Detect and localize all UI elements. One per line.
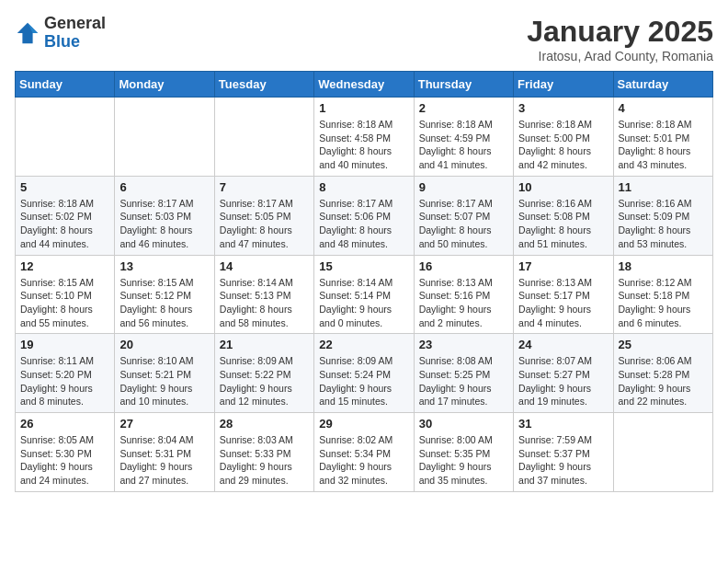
- calendar-cell: 7Sunrise: 8:17 AM Sunset: 5:05 PM Daylig…: [214, 176, 313, 255]
- calendar-cell: 8Sunrise: 8:17 AM Sunset: 5:06 PM Daylig…: [314, 176, 414, 255]
- day-info: Sunrise: 8:06 AM Sunset: 5:28 PM Dayligh…: [619, 354, 708, 408]
- logo: General Blue: [15, 15, 106, 52]
- day-info: Sunrise: 8:09 AM Sunset: 5:22 PM Dayligh…: [220, 354, 309, 408]
- calendar-cell: 25Sunrise: 8:06 AM Sunset: 5:28 PM Dayli…: [613, 334, 712, 413]
- calendar-subtitle: Iratosu, Arad County, Romania: [527, 49, 713, 63]
- day-number: 17: [518, 259, 608, 273]
- calendar-cell: 30Sunrise: 8:00 AM Sunset: 5:35 PM Dayli…: [414, 413, 513, 492]
- day-number: 20: [119, 338, 209, 351]
- day-info: Sunrise: 8:17 AM Sunset: 5:05 PM Dayligh…: [220, 197, 309, 251]
- calendar-cell: 14Sunrise: 8:14 AM Sunset: 5:13 PM Dayli…: [214, 255, 313, 334]
- day-number: 23: [419, 338, 508, 351]
- calendar-week-row: 26Sunrise: 8:05 AM Sunset: 5:30 PM Dayli…: [16, 413, 713, 492]
- logo-general-text: General: [44, 15, 106, 33]
- weekday-header: Friday: [514, 72, 613, 98]
- day-number: 12: [20, 259, 109, 273]
- calendar-cell: 10Sunrise: 8:16 AM Sunset: 5:08 PM Dayli…: [514, 176, 613, 255]
- day-number: 10: [518, 180, 608, 194]
- day-info: Sunrise: 8:13 AM Sunset: 5:16 PM Dayligh…: [419, 276, 508, 330]
- weekday-header-row: SundayMondayTuesdayWednesdayThursdayFrid…: [16, 72, 713, 98]
- day-info: Sunrise: 8:17 AM Sunset: 5:03 PM Dayligh…: [119, 197, 209, 251]
- calendar-week-row: 12Sunrise: 8:15 AM Sunset: 5:10 PM Dayli…: [16, 255, 713, 334]
- calendar-week-row: 1Sunrise: 8:18 AM Sunset: 4:58 PM Daylig…: [16, 98, 713, 177]
- day-info: Sunrise: 8:11 AM Sunset: 5:20 PM Dayligh…: [20, 354, 109, 408]
- calendar-cell: 5Sunrise: 8:18 AM Sunset: 5:02 PM Daylig…: [16, 176, 115, 255]
- day-number: 9: [419, 180, 508, 194]
- day-info: Sunrise: 8:16 AM Sunset: 5:08 PM Dayligh…: [518, 197, 608, 251]
- day-number: 28: [220, 417, 309, 431]
- day-number: 30: [419, 417, 508, 431]
- logo-icon: [15, 20, 40, 46]
- weekday-header: Wednesday: [314, 72, 414, 98]
- day-info: Sunrise: 8:14 AM Sunset: 5:13 PM Dayligh…: [220, 276, 309, 330]
- day-info: Sunrise: 8:18 AM Sunset: 5:00 PM Dayligh…: [518, 118, 608, 172]
- logo-blue-text: Blue: [44, 33, 106, 52]
- calendar-week-row: 19Sunrise: 8:11 AM Sunset: 5:20 PM Dayli…: [16, 334, 713, 413]
- day-number: 27: [119, 417, 209, 431]
- day-info: Sunrise: 8:07 AM Sunset: 5:27 PM Dayligh…: [518, 354, 608, 408]
- day-number: 29: [319, 417, 408, 431]
- calendar-cell: 2Sunrise: 8:18 AM Sunset: 4:59 PM Daylig…: [414, 98, 513, 177]
- day-number: 31: [518, 417, 608, 431]
- day-number: 6: [119, 180, 209, 194]
- day-number: 13: [119, 259, 209, 273]
- day-info: Sunrise: 8:18 AM Sunset: 5:01 PM Dayligh…: [619, 118, 708, 172]
- day-info: Sunrise: 8:02 AM Sunset: 5:34 PM Dayligh…: [319, 433, 408, 488]
- title-area: January 2025 Iratosu, Arad County, Roman…: [527, 15, 713, 63]
- logo-text: General Blue: [44, 15, 106, 52]
- day-info: Sunrise: 8:15 AM Sunset: 5:10 PM Dayligh…: [20, 276, 109, 330]
- day-info: Sunrise: 8:18 AM Sunset: 5:02 PM Dayligh…: [20, 197, 109, 251]
- calendar-cell: 24Sunrise: 8:07 AM Sunset: 5:27 PM Dayli…: [514, 334, 613, 413]
- day-info: Sunrise: 8:13 AM Sunset: 5:17 PM Dayligh…: [518, 276, 608, 330]
- day-info: Sunrise: 8:17 AM Sunset: 5:07 PM Dayligh…: [419, 197, 508, 251]
- calendar-cell: 3Sunrise: 8:18 AM Sunset: 5:00 PM Daylig…: [514, 98, 613, 177]
- day-number: 5: [20, 180, 109, 194]
- day-info: Sunrise: 8:09 AM Sunset: 5:24 PM Dayligh…: [319, 354, 408, 408]
- page-header: General Blue January 2025 Iratosu, Arad …: [15, 15, 713, 63]
- day-number: 25: [619, 338, 708, 351]
- day-number: 19: [20, 338, 109, 351]
- calendar-table: SundayMondayTuesdayWednesdayThursdayFrid…: [15, 71, 713, 492]
- day-number: 22: [319, 338, 408, 351]
- day-number: 14: [220, 259, 309, 273]
- day-info: Sunrise: 8:08 AM Sunset: 5:25 PM Dayligh…: [419, 354, 508, 408]
- weekday-header: Monday: [115, 72, 214, 98]
- day-info: Sunrise: 8:15 AM Sunset: 5:12 PM Dayligh…: [119, 276, 209, 330]
- calendar-cell: 20Sunrise: 8:10 AM Sunset: 5:21 PM Dayli…: [115, 334, 214, 413]
- day-number: 26: [20, 417, 109, 431]
- day-info: Sunrise: 8:14 AM Sunset: 5:14 PM Dayligh…: [319, 276, 408, 330]
- day-info: Sunrise: 8:00 AM Sunset: 5:35 PM Dayligh…: [419, 433, 508, 488]
- calendar-cell: 9Sunrise: 8:17 AM Sunset: 5:07 PM Daylig…: [414, 176, 513, 255]
- calendar-cell: 15Sunrise: 8:14 AM Sunset: 5:14 PM Dayli…: [314, 255, 414, 334]
- calendar-cell: 31Sunrise: 7:59 AM Sunset: 5:37 PM Dayli…: [514, 413, 613, 492]
- day-info: Sunrise: 8:04 AM Sunset: 5:31 PM Dayligh…: [119, 433, 209, 488]
- day-info: Sunrise: 8:18 AM Sunset: 4:58 PM Dayligh…: [319, 118, 408, 172]
- day-number: 24: [518, 338, 608, 351]
- calendar-cell: 12Sunrise: 8:15 AM Sunset: 5:10 PM Dayli…: [16, 255, 115, 334]
- day-number: 18: [619, 259, 708, 273]
- calendar-cell: 26Sunrise: 8:05 AM Sunset: 5:30 PM Dayli…: [16, 413, 115, 492]
- calendar-cell: 22Sunrise: 8:09 AM Sunset: 5:24 PM Dayli…: [314, 334, 414, 413]
- calendar-cell: 23Sunrise: 8:08 AM Sunset: 5:25 PM Dayli…: [414, 334, 513, 413]
- day-number: 15: [319, 259, 408, 273]
- calendar-cell: 16Sunrise: 8:13 AM Sunset: 5:16 PM Dayli…: [414, 255, 513, 334]
- calendar-cell: [16, 98, 115, 177]
- day-number: 11: [619, 180, 708, 194]
- day-info: Sunrise: 8:05 AM Sunset: 5:30 PM Dayligh…: [20, 433, 109, 488]
- day-info: Sunrise: 7:59 AM Sunset: 5:37 PM Dayligh…: [518, 433, 608, 488]
- weekday-header: Thursday: [414, 72, 513, 98]
- weekday-header: Sunday: [16, 72, 115, 98]
- day-number: 8: [319, 180, 408, 194]
- calendar-cell: 11Sunrise: 8:16 AM Sunset: 5:09 PM Dayli…: [613, 176, 712, 255]
- day-number: 2: [419, 101, 508, 115]
- day-number: 1: [319, 101, 408, 115]
- day-number: 3: [518, 101, 608, 115]
- calendar-cell: [115, 98, 214, 177]
- day-info: Sunrise: 8:17 AM Sunset: 5:06 PM Dayligh…: [319, 197, 408, 251]
- day-number: 16: [419, 259, 508, 273]
- calendar-cell: 17Sunrise: 8:13 AM Sunset: 5:17 PM Dayli…: [514, 255, 613, 334]
- day-number: 21: [220, 338, 309, 351]
- day-info: Sunrise: 8:18 AM Sunset: 4:59 PM Dayligh…: [419, 118, 508, 172]
- weekday-header: Tuesday: [214, 72, 313, 98]
- day-number: 4: [619, 101, 708, 115]
